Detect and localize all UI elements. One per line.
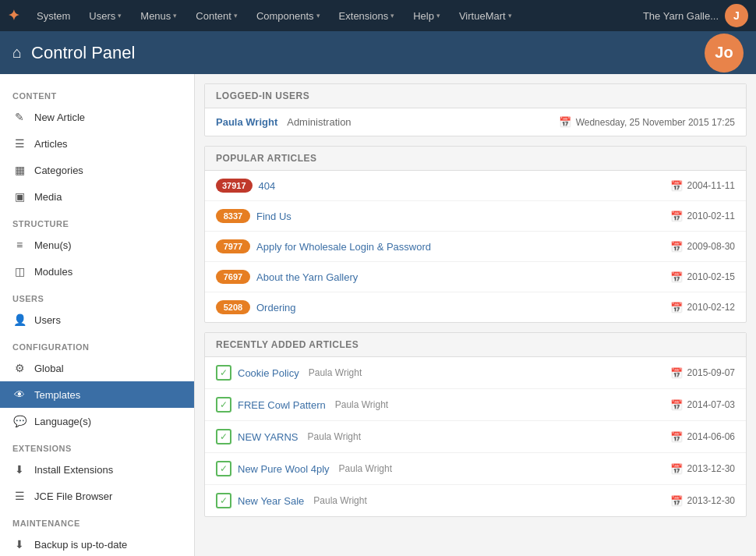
check-icon: ✓ [216,461,231,476]
sidebar-section-maintenance: MAINTENANCE [0,509,194,531]
sidebar-item-global[interactable]: ⚙ Global [0,355,194,381]
sidebar-item-languages[interactable]: 💬 Language(s) [0,408,194,434]
sidebar-item-users[interactable]: 👤 Users [0,306,194,333]
nav-extensions[interactable]: Extensions ▾ [331,5,403,27]
recent-article-date-container: 📅 2013-12-30 [670,463,735,475]
nav-system[interactable]: System [29,5,78,27]
article-title-link[interactable]: Apply for Wholesale Login & Password [256,241,431,253]
home-icon[interactable]: ⌂ [12,44,22,62]
languages-icon: 💬 [12,414,26,428]
article-count-badge: 7977 [216,239,250,253]
recent-article-date: 2013-12-30 [687,463,735,474]
user-name-link[interactable]: Paula Wright [216,116,277,128]
global-icon: ⚙ [12,361,26,375]
popular-article-row: 5208 Ordering 📅 2010-02-12 [205,292,746,322]
sidebar-label-modules: Modules [34,266,72,278]
nav-content[interactable]: Content ▾ [188,5,246,27]
sidebar-item-install-extensions[interactable]: ⬇ Install Extensions [0,456,194,483]
recent-article-date: 2013-12-30 [687,495,735,506]
top-navbar: ✦ System Users ▾ Menus ▾ Content ▾ Compo… [0,0,756,31]
article-title-link[interactable]: Ordering [256,302,296,313]
calendar-icon: 📅 [670,302,683,313]
users-icon: 👤 [12,313,26,327]
article-date-container: 📅 2009-08-30 [670,241,735,253]
recent-article-row: ✓ New Year Sale Paula Wright 📅 2013-12-3… [205,485,746,516]
main-layout: CONTENT ✎ New Article ☰ Articles ▦ Categ… [0,74,756,556]
recent-article-row: ✓ Cookie Policy Paula Wright 📅 2015-09-0… [205,357,746,389]
article-date-container: 📅 2010-02-11 [670,211,735,222]
popular-article-row: 7697 About the Yarn Gallery 📅 2010-02-15 [205,262,746,292]
check-icon: ✓ [216,365,231,381]
recent-article-date-container: 📅 2015-09-07 [670,367,735,379]
popular-articles-header: POPULAR ARTICLES [205,147,746,171]
recent-article-title[interactable]: NEW YARNS [238,431,299,443]
jce-icon: ☰ [12,489,26,503]
sidebar-item-categories[interactable]: ▦ Categories [0,157,194,183]
sidebar-item-modules[interactable]: ◫ Modules [0,258,194,285]
sidebar-item-articles[interactable]: ☰ Articles [0,130,194,157]
sidebar-label-menus: Menu(s) [34,239,72,251]
article-date-container: 📅 2004-11-11 [670,180,735,192]
article-count-badge: 8337 [216,209,250,223]
popular-article-row: 8337 Find Us 📅 2010-02-11 [205,201,746,232]
sidebar-item-templates[interactable]: 👁 Templates [0,381,194,408]
recent-article-title[interactable]: New Year Sale [238,495,304,507]
sidebar-section-users: USERS [0,285,194,306]
joomla-big-logo: Jo [705,34,744,73]
sidebar-label-articles: Articles [34,138,68,150]
sidebar-item-jce-file-browser[interactable]: ☰ JCE File Browser [0,483,194,509]
sidebar-item-media[interactable]: ▣ Media [0,183,194,210]
recently-added-panel: RECENTLY ADDED ARTICLES ✓ Cookie Policy … [204,332,747,517]
main-content: LOGGED-IN USERS Paula Wright Administrat… [195,74,756,556]
check-icon: ✓ [216,397,231,413]
article-date: 2010-02-12 [687,302,735,313]
nav-menus[interactable]: Menus ▾ [132,5,185,27]
logged-in-users-header: LOGGED-IN USERS [205,84,746,108]
calendar-icon: 📅 [670,180,683,192]
nav-components[interactable]: Components ▾ [249,5,328,27]
recent-article-author: Paula Wright [335,399,388,410]
nav-virtuemart[interactable]: VirtueMart ▾ [451,5,520,27]
user-login-date: Wednesday, 25 November 2015 17:25 [576,117,735,128]
user-date-container: 📅 Wednesday, 25 November 2015 17:25 [559,116,735,128]
calendar-icon: 📅 [670,367,683,379]
sidebar-section-extensions: EXTENSIONS [0,434,194,456]
article-title-link[interactable]: About the Yarn Gallery [256,271,358,283]
sidebar-section-content: CONTENT [0,82,194,104]
recent-article-author: Paula Wright [339,463,392,474]
calendar-icon: 📅 [670,399,683,411]
recent-article-title[interactable]: New Pure Wool 4ply [238,463,330,475]
sidebar: CONTENT ✎ New Article ☰ Articles ▦ Categ… [0,74,195,556]
templates-icon: 👁 [12,388,26,402]
modules-icon: ◫ [12,264,26,278]
sidebar-label-backup: Backup is up-to-date [34,539,127,551]
recently-added-header: RECENTLY ADDED ARTICLES [205,333,746,357]
article-count-badge: 5208 [216,300,250,314]
calendar-icon: 📅 [670,495,683,507]
popular-articles-panel: POPULAR ARTICLES 37917 404 📅 2004-11-11 … [204,146,747,323]
calendar-icon: 📅 [670,463,683,475]
sidebar-item-menus[interactable]: ≡ Menu(s) [0,232,194,258]
recent-article-date-container: 📅 2013-12-30 [670,495,735,507]
install-icon: ⬇ [12,462,26,476]
popular-article-row: 37917 404 📅 2004-11-11 [205,171,746,201]
check-icon: ✓ [216,493,231,508]
recent-article-date: 2014-07-03 [687,399,735,410]
article-title-link[interactable]: Find Us [256,211,291,222]
articles-icon: ☰ [12,136,26,151]
navbar-right: The Yarn Galle... J [643,4,748,27]
article-date: 2010-02-15 [687,271,735,282]
recent-article-row: ✓ New Pure Wool 4ply Paula Wright 📅 2013… [205,453,746,485]
recent-article-date: 2014-06-06 [687,431,735,442]
recent-article-title[interactable]: Cookie Policy [238,367,299,379]
popular-article-row: 7977 Apply for Wholesale Login & Passwor… [205,232,746,262]
nav-users[interactable]: Users ▾ [81,5,129,27]
nav-help[interactable]: Help ▾ [405,5,448,27]
sidebar-item-new-article[interactable]: ✎ New Article [0,104,194,130]
page-title: Control Panel [31,43,135,63]
sidebar-item-backup[interactable]: ⬇ Backup is up-to-date [0,531,194,556]
article-title-link[interactable]: 404 [259,180,276,192]
sidebar-label-new-article: New Article [34,112,85,123]
recent-article-title[interactable]: FREE Cowl Pattern [238,399,326,411]
header-bar: ⌂ Control Panel Jo [0,31,756,74]
